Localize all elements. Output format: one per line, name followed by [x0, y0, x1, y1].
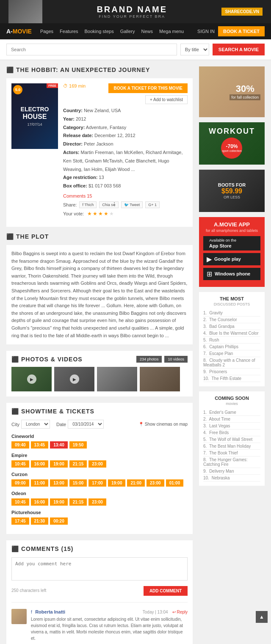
time-slot[interactable]: 11:00 [31, 479, 49, 487]
facebook-share[interactable]: f Thich [79, 201, 97, 208]
star-2[interactable]: ★ [93, 211, 97, 217]
time-slot[interactable]: 23:00 [88, 498, 106, 506]
gplus-share[interactable]: G+ 1 [145, 201, 160, 208]
time-slot-highlight[interactable]: 13:40 [50, 441, 68, 449]
plot-section-header: ⬛ THE PLOT [6, 233, 193, 240]
videos-count-btn[interactable]: 10 videos [164, 356, 188, 363]
brand-center: BRAND NAME FIND YOUR PERFECT BRA [42, 5, 221, 19]
year-label: Year: [63, 116, 75, 121]
search-input[interactable] [6, 44, 177, 55]
time-slot[interactable]: 19:00 [108, 479, 126, 487]
comments-icon: ⬛ [11, 545, 19, 552]
search-filter-select[interactable]: By title [180, 44, 209, 55]
box-office-label: Box office: [63, 183, 87, 188]
star-5[interactable]: ★ [109, 211, 114, 217]
category-label: Category: [63, 125, 85, 130]
photo-thumb-3[interactable] [97, 367, 137, 391]
photo-thumb-4[interactable] [140, 367, 180, 391]
star-4[interactable]: ★ [104, 211, 108, 217]
comment-date-1: Today | 13:04 [143, 610, 168, 614]
comment-item-1: f Roberta Inatti Today | 13:04 ↩ Reply L… [11, 602, 188, 641]
app-store-name: App Store [209, 243, 236, 248]
cinema-name-picturehouse: Picturehouse [11, 510, 188, 515]
google-play-btn[interactable]: ▶ Google play [203, 253, 260, 265]
search-button[interactable]: SEARCH A MOVIE [213, 44, 265, 55]
time-slot[interactable]: 21:15 [69, 498, 87, 506]
book-ticket-nav-button[interactable]: BOOK A TICKET [218, 26, 265, 36]
nav-booking[interactable]: Booking steps [85, 29, 114, 34]
showtime-filters: City London Date 03/10/2014 📍 Show cinem… [11, 420, 188, 429]
time-slot[interactable]: 01:00 [166, 479, 184, 487]
time-slot[interactable]: 21:30 [31, 517, 49, 525]
nav-gallery[interactable]: Gallery [120, 29, 135, 34]
photo-thumb-1[interactable]: ▶ [11, 367, 52, 391]
ad-boots-image: BOOTS FOR $59.99 OR LESS [199, 170, 265, 212]
star-3[interactable]: ★ [98, 211, 103, 217]
comments-link[interactable]: Comments 15 [63, 193, 92, 198]
map-btn-label: Show cinemas on map [145, 422, 188, 427]
time-slot[interactable]: 21:00 [127, 479, 145, 487]
list-item: 5. Rush [203, 337, 260, 344]
time-slot[interactable]: 13:45 [31, 441, 49, 449]
time-slot[interactable]: 13:00 [50, 479, 68, 487]
photo-thumb-2[interactable]: ▶ [54, 367, 94, 391]
app-store-btn[interactable]: Available on the App Store [203, 236, 260, 250]
date-label: Date [56, 422, 66, 427]
category-value: Adventure, Fantasy [86, 125, 126, 130]
date-select[interactable]: 03/10/2014 [68, 420, 104, 429]
nav-logo: A-MOVIE [6, 28, 32, 35]
time-slot[interactable]: 15:00 [69, 479, 87, 487]
movie-section-icon: ⬛ [6, 66, 14, 73]
time-slot[interactable]: 00:20 [50, 517, 68, 525]
time-slot[interactable]: 17:45 [11, 517, 29, 525]
time-slot[interactable]: 16:00 [31, 498, 49, 506]
nav-pages[interactable]: Pages [40, 29, 53, 34]
time-slot[interactable]: 19:50 [69, 441, 87, 449]
scroll-top-button[interactable]: ▲ [256, 611, 268, 623]
comments-title: COMMENTS (15) [21, 545, 73, 552]
nav-mega[interactable]: Mega menu [159, 29, 184, 34]
time-slot[interactable]: 16:00 [31, 460, 49, 468]
tweet-share[interactable]: 🐦 Tweet [121, 201, 143, 208]
photos-section-header: ⬛ PHOTOS & VIDEOS [11, 356, 83, 363]
windows-phone-btn[interactable]: ⊞ Windows phone [203, 268, 260, 280]
play-btn-2[interactable]: ▶ [70, 374, 79, 384]
time-slot[interactable]: 23:00 [88, 460, 106, 468]
comment-input[interactable] [11, 557, 188, 581]
movie-section-header: ⬛ THE HOBBIT: AN UNEXPECTED JOURNEY [6, 66, 193, 73]
watchlist-button[interactable]: + Add to watchlist [145, 95, 188, 104]
signin-button[interactable]: SIGN IN [197, 29, 215, 34]
fall-text: for fall collection [230, 94, 260, 100]
time-slot[interactable]: 19:00 [50, 460, 68, 468]
most-discussed-list: 1. Gravity 2. The Counselor 3. Bad Grand… [203, 310, 260, 382]
time-slot[interactable]: 19:00 [50, 498, 68, 506]
sport-discount: -70% [226, 143, 238, 149]
top-banner: BRAND NAME FIND YOUR PERFECT BRA SHARECO… [0, 0, 271, 23]
time-slots-empire: 10:45 16:00 19:00 21:15 23:00 [11, 460, 188, 468]
play-btn-1[interactable]: ▶ [27, 374, 36, 384]
time-slot[interactable]: 21:15 [69, 460, 87, 468]
movie-info: 169 min BOOK A TICKET FOR THIS MOVIE + A… [63, 83, 188, 217]
time-slot[interactable]: 09:00 [11, 479, 29, 487]
nav-news[interactable]: News [141, 29, 153, 34]
nav-features[interactable]: Features [60, 29, 78, 34]
time-slot[interactable]: 10:45 [11, 498, 29, 506]
boots-sub: OR LESS [224, 195, 240, 199]
free-tag: FREE [47, 83, 58, 88]
time-slot[interactable]: 09:40 [11, 441, 29, 449]
list-item: 3. Last Vegas [203, 423, 260, 429]
ad-fall-image: 30% for fall collection [199, 66, 265, 117]
city-select[interactable]: London [21, 420, 50, 429]
chia-se-share[interactable]: Chia sẻ [99, 201, 119, 208]
time-slot[interactable]: 23:00 [147, 479, 164, 487]
map-button[interactable]: 📍 Show cinemas on map [138, 422, 188, 427]
google-play-icon: ▶ [207, 255, 212, 263]
time-slot[interactable]: 17:00 [88, 479, 106, 487]
reply-link-1[interactable]: ↩ Reply [172, 610, 188, 614]
book-ticket-button[interactable]: BOOK A TICKET FOR THIS MOVIE [108, 83, 188, 93]
time-slot[interactable]: 10:45 [11, 460, 29, 468]
add-comment-button[interactable]: ADD COMMENT [144, 586, 188, 596]
nav-bar: A-MOVIE Pages Features Booking steps Gal… [0, 23, 271, 39]
photos-count-btn[interactable]: 234 photos [136, 356, 162, 363]
star-1[interactable]: ★ [87, 211, 92, 217]
